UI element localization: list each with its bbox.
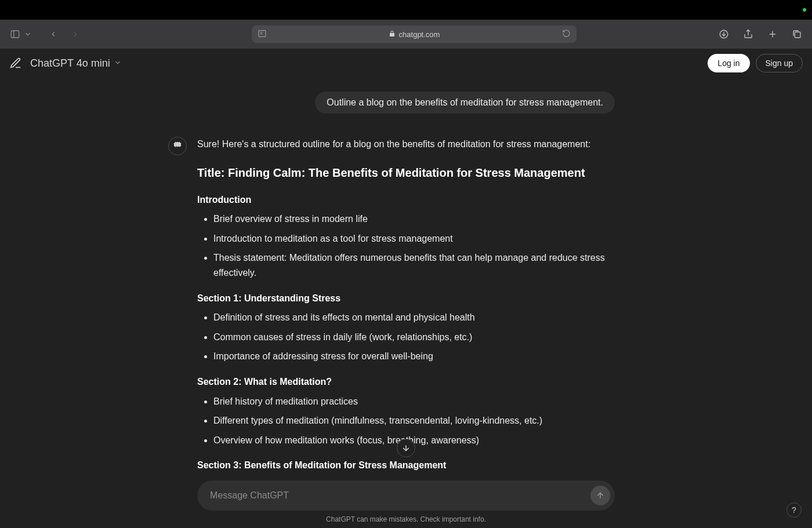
list-item: Common causes of stress in daily life (w… (213, 330, 615, 345)
downloads-icon[interactable] (717, 27, 731, 41)
list-item: Different types of meditation (mindfulne… (213, 413, 615, 428)
svg-rect-0 (11, 31, 19, 38)
assistant-avatar (168, 137, 187, 155)
composer-area: ChatGPT can make mistakes. Check importa… (0, 480, 812, 528)
section-heading: Section 1: Understanding Stress (197, 291, 615, 306)
signup-button[interactable]: Sign up (756, 54, 803, 72)
browser-toolbar: chatgpt.com (0, 20, 812, 49)
mac-menubar (0, 0, 812, 20)
disclaimer-text: ChatGPT can make mistakes. Check importa… (0, 515, 812, 523)
new-chat-icon[interactable] (9, 57, 22, 70)
list-item: Brief overview of stress in modern life (213, 212, 615, 227)
nav-forward-button[interactable] (67, 26, 84, 42)
section-heading: Section 2: What is Meditation? (197, 374, 615, 389)
send-button[interactable] (590, 486, 610, 505)
model-selector[interactable]: ChatGPT 4o mini (30, 57, 122, 70)
chevron-down-icon (114, 57, 122, 70)
app-header: ChatGPT 4o mini Log in Sign up (0, 49, 812, 78)
sidebar-toggle-icon[interactable] (8, 27, 22, 41)
refresh-icon[interactable] (562, 29, 571, 39)
svg-rect-2 (259, 30, 266, 37)
tabs-icon[interactable] (790, 27, 804, 41)
model-label: ChatGPT 4o mini (30, 57, 110, 70)
share-icon[interactable] (741, 27, 755, 41)
list-item: Thesis statement: Meditation offers nume… (213, 250, 615, 280)
content-area: Outline a blog on the benefits of medita… (0, 78, 812, 528)
status-dot (803, 8, 806, 12)
chevron-down-icon[interactable] (23, 27, 32, 41)
reader-mode-icon[interactable] (258, 29, 267, 40)
svg-rect-10 (795, 32, 800, 38)
nav-back-button[interactable] (45, 26, 61, 42)
lock-icon (389, 30, 396, 39)
list-item: Brief history of meditation practices (213, 394, 615, 409)
section-heading: Introduction (197, 192, 615, 207)
address-bar[interactable]: chatgpt.com (252, 26, 577, 43)
message-composer[interactable] (197, 480, 615, 511)
assistant-intro: Sure! Here's a structured outline for a … (197, 137, 615, 152)
blog-title: Title: Finding Calm: The Benefits of Med… (197, 163, 615, 182)
list-item: Importance of addressing stress for over… (213, 349, 615, 364)
section-list: Definition of stress and its effects on … (197, 310, 615, 364)
section-heading: Section 3: Benefits of Meditation for St… (197, 458, 615, 473)
url-text: chatgpt.com (399, 30, 440, 39)
list-item: Definition of stress and its effects on … (213, 310, 615, 325)
message-input[interactable] (210, 490, 590, 501)
openai-logo-icon (172, 141, 183, 151)
section-list: Brief overview of stress in modern life … (197, 212, 615, 280)
scroll-to-bottom-button[interactable] (397, 439, 415, 457)
new-tab-icon[interactable] (766, 27, 780, 41)
assistant-message: Sure! Here's a structured outline for a … (197, 137, 615, 478)
user-message: Outline a blog on the benefits of medita… (315, 92, 615, 114)
login-button[interactable]: Log in (708, 54, 749, 72)
list-item: Introduction to meditation as a tool for… (213, 231, 615, 246)
help-button[interactable]: ? (786, 502, 802, 518)
